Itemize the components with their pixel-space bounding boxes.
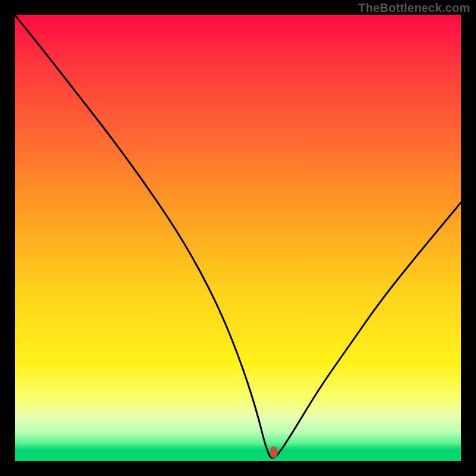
watermark-text: TheBottleneck.com <box>358 1 470 15</box>
optimal-point-marker <box>270 446 278 458</box>
bottleneck-curve <box>15 15 461 461</box>
bottleneck-curve-path <box>15 15 461 458</box>
plot-area <box>15 15 461 461</box>
chart-frame: TheBottleneck.com <box>0 0 476 476</box>
